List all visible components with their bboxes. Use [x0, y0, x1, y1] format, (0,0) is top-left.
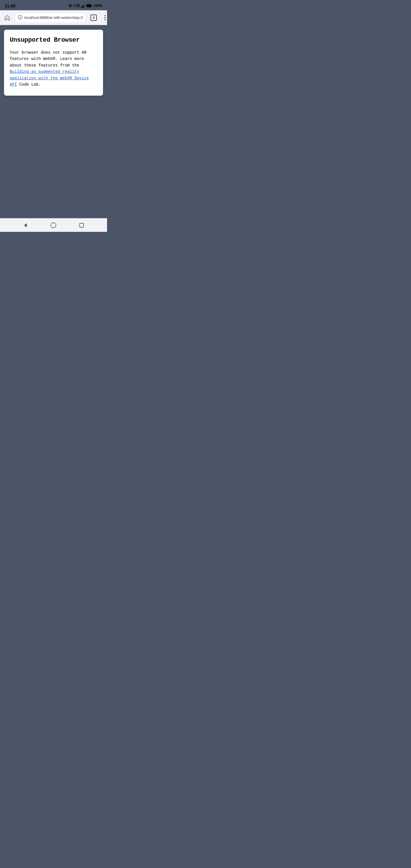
browser-chrome: i localhost:8888/ar-with-webxr/step-0 3: [0, 10, 107, 25]
home-nav-button[interactable]: [48, 220, 59, 231]
svg-rect-6: [87, 5, 91, 7]
recents-button[interactable]: [76, 220, 87, 231]
unsupported-browser-card: Unsupported Browser Your browser does no…: [4, 30, 103, 96]
battery-percent: 100%: [94, 4, 102, 8]
signal-icon: [81, 4, 85, 8]
svg-rect-2: [82, 5, 83, 8]
lte-label: LTE: [74, 4, 80, 8]
svg-rect-4: [84, 4, 85, 8]
menu-button[interactable]: [101, 13, 107, 22]
svg-rect-1: [81, 6, 82, 8]
card-title: Unsupported Browser: [10, 36, 97, 44]
page-content: Unsupported Browser Your browser does no…: [0, 25, 107, 218]
status-time: 11:00: [5, 3, 15, 8]
info-icon: i: [18, 15, 23, 20]
svg-rect-11: [80, 223, 84, 227]
svg-point-10: [51, 223, 56, 228]
wifi-icon: [68, 4, 73, 8]
card-body: Your browser does not support AR feature…: [10, 50, 97, 88]
navigation-bar: [0, 218, 107, 232]
more-options-icon: [104, 15, 105, 20]
address-bar[interactable]: i localhost:8888/ar-with-webxr/step-0: [14, 12, 87, 23]
svg-point-0: [70, 7, 70, 7]
card-body-text1: Your browser does not support AR feature…: [10, 50, 87, 68]
card-body-text2: Code Lab.: [17, 82, 41, 87]
svg-marker-9: [24, 223, 27, 227]
svg-text:i: i: [20, 16, 21, 19]
status-icons: LTE 100%: [68, 4, 102, 8]
tabs-count-icon: 3: [91, 14, 97, 21]
svg-rect-3: [83, 5, 84, 8]
url-text: localhost:8888/ar-with-webxr/step-0: [24, 16, 83, 20]
status-bar: 11:00 LTE 100%: [0, 0, 107, 10]
tabs-button[interactable]: 3: [89, 13, 98, 22]
home-button[interactable]: [3, 13, 11, 22]
back-button[interactable]: [20, 220, 31, 231]
battery-icon: [86, 4, 92, 7]
